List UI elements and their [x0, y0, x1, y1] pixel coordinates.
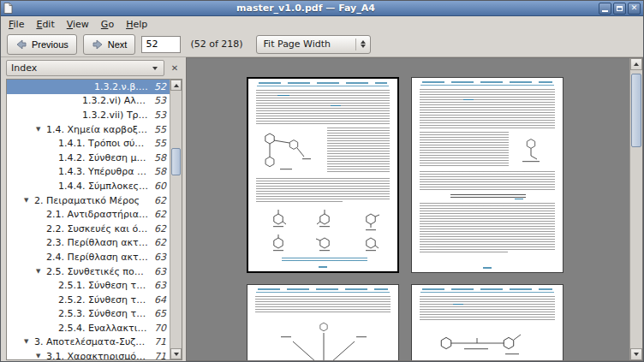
maximize-button[interactable] — [613, 3, 626, 15]
page-thumbnail[interactable] — [411, 284, 564, 360]
index-entry-page: 63 — [149, 266, 166, 277]
page-thumbnail[interactable] — [411, 77, 564, 273]
index-tree-item[interactable]: ▼3.1. Χαρακτηρισμός ...71 — [7, 349, 170, 359]
index-entry-label: 2.3. Περίθλαση ακτίν... — [46, 237, 149, 248]
index-tree-item[interactable]: 1.4.2. Σύνθεση μετ...58 — [7, 151, 170, 165]
page-thumbnail[interactable] — [247, 284, 399, 360]
page-header-text — [422, 81, 552, 83]
index-tree-item[interactable]: 1.4.1. Τρόποι σύνδ...55 — [7, 136, 170, 151]
index-entry-page: 63 — [149, 280, 166, 291]
page-header-rule — [256, 292, 390, 293]
expander-collapse-icon[interactable]: ▼ — [24, 198, 34, 204]
citation-link — [331, 105, 341, 106]
text-lines — [420, 171, 555, 190]
toolbar: Previous Next (52 of 218) Fit Page Width — [1, 32, 643, 57]
index-entry-page: 62 — [149, 209, 166, 220]
index-tree[interactable]: 1.3.2.ν.β. Σου...521.3.2.vi) Αλογον...53… — [7, 80, 170, 359]
index-tree-item[interactable]: 1.4.4. Σύμπλοκες ε...60 — [7, 179, 170, 193]
index-tree-item[interactable]: 2.1. Αντιδραστήρια κ...62 — [7, 207, 170, 222]
scroll-up-button[interactable] — [170, 80, 182, 91]
index-entry-label: 1.3.2.vii) Τριφαι... — [82, 110, 149, 121]
index-entry-page: 55 — [149, 124, 166, 135]
text-lines — [420, 203, 555, 252]
next-button[interactable]: Next — [83, 34, 136, 55]
text-lines — [420, 132, 509, 168]
scroll-down-button[interactable] — [630, 348, 642, 360]
titlebar[interactable]: master_v1.0.pdf — Fay_A4 ✕ — [1, 1, 643, 16]
menu-item-view[interactable]: View — [61, 17, 95, 32]
expander-collapse-icon[interactable]: ▼ — [36, 127, 46, 133]
index-entry-label: 2.5.2. Σύνθεση της... — [58, 294, 149, 306]
menu-item-edit[interactable]: Edit — [30, 17, 60, 32]
page-number-input[interactable] — [141, 36, 181, 53]
index-entry-label: 1.4.1. Τρόποι σύνδ... — [58, 138, 149, 149]
arrow-down-icon — [174, 353, 179, 356]
index-tree-item[interactable]: ▼1.4. Χημεία καρβοξυλ...55 — [7, 122, 170, 137]
index-tree-item[interactable]: 1.3.2.ν.β. Σου...52 — [7, 80, 170, 94]
zoom-select[interactable]: Fit Page Width — [256, 35, 371, 54]
index-tree-item[interactable]: 2.3. Περίθλαση ακτίν...62 — [7, 236, 170, 251]
page-count-label: (52 of 218) — [187, 39, 246, 50]
arrow-up-icon — [634, 62, 639, 66]
page-number-footer — [319, 266, 327, 268]
index-tree-item[interactable]: 2.5.1. Σύνθεση της...63 — [7, 278, 170, 293]
scroll-down-button[interactable] — [170, 348, 182, 359]
page-thumbnail[interactable] — [247, 77, 399, 273]
menu-item-help[interactable]: Help — [120, 17, 153, 32]
index-entry-page: 53 — [149, 110, 166, 121]
index-entry-label: 2.5.4. Εναλλακτικ... — [58, 323, 149, 334]
document-scrollbar-thumb[interactable] — [631, 74, 641, 147]
index-entry-label: 2.4. Περίθλαση ακτίν... — [46, 252, 149, 263]
page-canvas[interactable] — [187, 58, 629, 360]
zoom-spinner[interactable] — [356, 40, 370, 48]
text-lines — [256, 90, 390, 124]
index-tree-item[interactable]: ▼2.5. Συνθετικές πορεί...63 — [7, 264, 170, 279]
previous-arrow-icon — [15, 39, 27, 50]
text-lines — [255, 296, 391, 313]
scroll-up-button[interactable] — [630, 58, 642, 70]
index-entry-label: 2. Πειραματικό Μέρος — [34, 195, 140, 206]
index-entry-page: 53 — [149, 95, 166, 106]
index-tree-item[interactable]: 1.4.3. Υπέρυθρα φ...58 — [7, 165, 170, 180]
index-entry-label: 2.5. Συνθετικές πορεί... — [46, 266, 149, 277]
index-tree-item[interactable]: 2.5.4. Εναλλακτικ...70 — [7, 321, 170, 335]
index-tree-item[interactable]: 2.5.3. Σύνθεση της...65 — [7, 307, 170, 322]
document-scrollbar[interactable] — [629, 58, 642, 360]
text-lines — [420, 89, 555, 128]
close-button[interactable]: ✕ — [628, 3, 641, 15]
menu-item-file[interactable]: File — [3, 17, 30, 32]
previous-button[interactable]: Previous — [7, 34, 77, 55]
expander-collapse-icon[interactable]: ▼ — [36, 269, 46, 275]
expander-collapse-icon[interactable]: ▼ — [24, 339, 34, 345]
page-header-rule — [420, 292, 554, 293]
index-tree-item[interactable]: 2.4. Περίθλαση ακτίν...63 — [7, 250, 170, 264]
index-tree-item[interactable]: 1.3.2.vii) Τριφαι...53 — [7, 108, 170, 122]
sidebar: Index ✕ 1.3.2.ν.β. Σου...521.3.2.vi) Αλο… — [1, 57, 182, 361]
sidebar-view-dropdown[interactable]: Index — [6, 60, 164, 76]
sidebar-scrollbar[interactable] — [170, 80, 182, 359]
sidebar-close-button[interactable]: ✕ — [167, 61, 182, 76]
index-entry-page: 62 — [149, 237, 166, 248]
menu-item-go[interactable]: Go — [95, 17, 120, 32]
sidebar-scrollbar-thumb[interactable] — [171, 148, 181, 175]
window-title: master_v1.0.pdf — Fay_A4 — [16, 3, 595, 14]
application-window: master_v1.0.pdf — Fay_A4 ✕ FileEditViewG… — [0, 0, 644, 362]
radial-molecule-figure — [255, 316, 392, 360]
index-tree-item[interactable]: 1.3.2.vi) Αλογον...53 — [7, 94, 170, 109]
expander-collapse-icon[interactable]: ▼ — [36, 353, 46, 359]
equation-line — [450, 194, 526, 198]
index-tree-item[interactable]: ▼2. Πειραματικό Μέρος62 — [7, 193, 170, 208]
page-header-text — [422, 288, 552, 290]
index-tree-item[interactable]: 2.5.2. Σύνθεση της...64 — [7, 293, 170, 307]
index-entry-page: 71 — [149, 351, 166, 359]
index-tree-item[interactable]: 2.2. Συσκευές και όρ...62 — [7, 222, 170, 236]
index-tree-item[interactable]: ▼3. Αποτελέσματα-Συζήτ...71 — [7, 335, 170, 350]
index-entry-page: 58 — [149, 166, 166, 177]
reaction-scheme-figure — [255, 205, 394, 255]
zoom-value: Fit Page Width — [257, 39, 355, 50]
citation-link — [463, 99, 474, 100]
index-entry-label: 1.4.3. Υπέρυθρα φ... — [58, 166, 149, 177]
maximize-icon — [617, 6, 623, 11]
document-view — [186, 57, 643, 361]
minimize-button[interactable] — [599, 3, 611, 15]
